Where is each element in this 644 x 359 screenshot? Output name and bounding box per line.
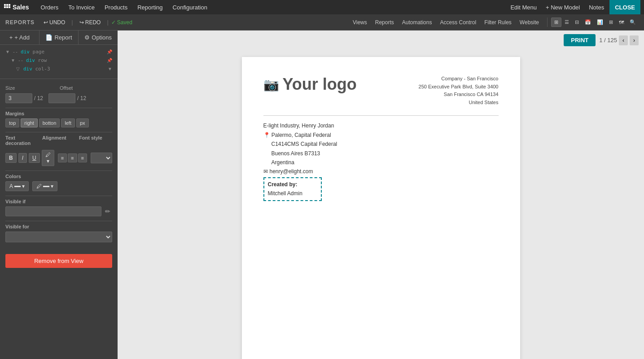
prev-page-button[interactable]: ‹ [619,35,628,45]
size-group: Size Offset / 12 / 12 [5,85,112,103]
app-name: Sales [13,4,29,11]
visible-for-label: Visible for [5,224,112,229]
bg-color-button[interactable]: 🖊 ▾ [32,181,57,191]
margin-left-btn[interactable]: left [61,118,75,127]
calendar-view-icon[interactable]: 📅 [582,18,594,27]
document-container: 📷 Your logo Company - San Francisco 250 … [118,50,644,359]
margins-label: Margins [5,111,112,116]
created-by-box[interactable]: Created by: Mitchell Admin [263,177,322,201]
close-button[interactable]: CLOSE [609,0,640,14]
text-color-icon: A [9,183,13,189]
page-navigation: 1 / 125 ‹ › [599,35,639,45]
offset-input[interactable] [48,93,75,103]
company-country: United States [419,99,499,107]
underline-button[interactable]: U [29,153,40,163]
print-bar: PRINT 1 / 125 ‹ › [118,31,644,50]
grid-view-icon[interactable]: ⊞ [551,18,561,27]
align-center-button[interactable]: ≡ [68,153,77,162]
size-input[interactable] [5,93,32,103]
options-tab[interactable]: ⚙ Options [79,31,118,44]
edit-visible-if-button[interactable]: ✏ [103,207,112,216]
italic-button[interactable]: I [18,153,27,163]
reports-button[interactable]: Reports [372,18,398,27]
font-style-label: Font style [79,135,112,146]
created-by-label: Created by: [268,180,317,189]
customer-info: E-light Industry, Henry Jordan 📍 Palermo… [263,121,499,201]
nav-configuration[interactable]: Configuration [168,2,212,13]
text-color-button[interactable]: A ▾ [5,181,29,191]
margin-px-btn[interactable]: px [76,118,89,127]
add-label: + Add [14,34,30,41]
bg-color-icon: 🖊 [36,183,42,189]
margin-bottom-btn[interactable]: botton [39,118,60,127]
company-address2: San Francisco CA 94134 [419,91,499,99]
svg-rect-0 [4,4,6,6]
list-view-icon[interactable]: ☰ [562,18,572,27]
bar-chart-icon[interactable]: 📊 [594,18,606,27]
svg-rect-5 [9,6,10,8]
alignment-label: Alignment [42,135,75,146]
map-view-icon[interactable]: 🗺 [616,18,626,27]
app-logo: Sales [4,4,29,11]
visible-if-group: Visible if ✏ [5,199,112,216]
table-view-icon[interactable]: ⊞ [606,18,616,27]
customer-name: E-light Industry, Henry Jordan [263,121,499,130]
undo-button[interactable]: ↩ UNDO [40,18,69,27]
svg-rect-1 [6,4,8,6]
pen-button[interactable]: 🖊▾ [42,150,54,166]
content-area: PRINT 1 / 125 ‹ › 📷 Your logo [118,31,644,359]
visible-if-input[interactable] [5,206,101,216]
left-sidebar: + + Add 📄 Report ⚙ Options ▼ -- div page… [0,31,118,359]
next-page-button[interactable]: › [630,35,639,45]
tree-item-page[interactable]: ▼ -- div page 📌 [0,48,118,56]
tree-item-row[interactable]: ▼ -- div row 📌 [0,56,118,65]
tree-item-col3[interactable]: ▽ div col-3 ▼ [0,65,118,73]
nav-orders[interactable]: Orders [36,2,63,13]
automations-button[interactable]: Automations [399,18,436,27]
offset-label: Offset [60,85,112,91]
font-style-select[interactable] [91,153,112,163]
customer-address1: 📍 Palermo, Capital Federal [263,131,499,140]
visible-for-select[interactable] [5,232,112,242]
size-of-label: / 12 [34,95,43,101]
saved-status: ✓ Saved [111,19,132,26]
website-button[interactable]: Website [516,18,543,27]
text-color-swatch [14,186,21,187]
visible-for-group: Visible for [5,224,112,242]
tree-label-row: -- div row [18,57,47,63]
new-model-button[interactable]: + New Model [542,2,583,13]
columns-view-icon[interactable]: ⊟ [572,18,582,27]
views-button[interactable]: Views [349,18,371,27]
nav-reporting[interactable]: Reporting [133,2,167,13]
access-control-button[interactable]: Access Control [436,18,480,27]
customer-address2: C1414CMS Capital Federal [263,140,499,149]
pin-icon-row: 📌 [107,58,112,63]
colors-label: Colors [5,174,112,179]
properties-panel: Size Offset / 12 / 12 Margins top right … [0,82,118,250]
filter-rules-button[interactable]: Filter Rules [481,18,515,27]
redo-button[interactable]: ↪ REDO [76,18,105,27]
company-address1: 250 Executive Park Blvd, Suite 3400 [419,83,499,91]
edit-menu-button[interactable]: Edit Menu [507,2,540,13]
collapse-icon-row: ▼ [11,58,16,63]
report-tab[interactable]: 📄 Report [39,31,79,44]
add-tab[interactable]: + + Add [0,31,39,44]
svg-rect-3 [4,6,6,8]
options-label: Options [92,34,112,41]
notes-button[interactable]: Notes [585,2,608,13]
pin-icon: 📌 [107,49,112,54]
nav-to-invoice[interactable]: To Invoice [64,2,99,13]
alignment-buttons: ≡ ≡ ≡ [58,153,87,162]
bold-button[interactable]: B [5,153,17,163]
print-button[interactable]: PRINT [564,34,596,46]
sidebar-tabs: + + Add 📄 Report ⚙ Options [0,31,118,45]
margin-top-btn[interactable]: top [5,118,19,127]
visible-if-label: Visible if [5,199,112,204]
align-left-button[interactable]: ≡ [58,153,67,162]
nav-products[interactable]: Products [100,2,132,13]
remove-from-view-button[interactable]: Remove from View [5,254,112,268]
align-right-button[interactable]: ≡ [78,153,87,162]
search-icon[interactable]: 🔍 [627,18,639,27]
margins-group: Margins top right botton left px [5,111,112,127]
margin-right-btn[interactable]: right [21,118,37,127]
